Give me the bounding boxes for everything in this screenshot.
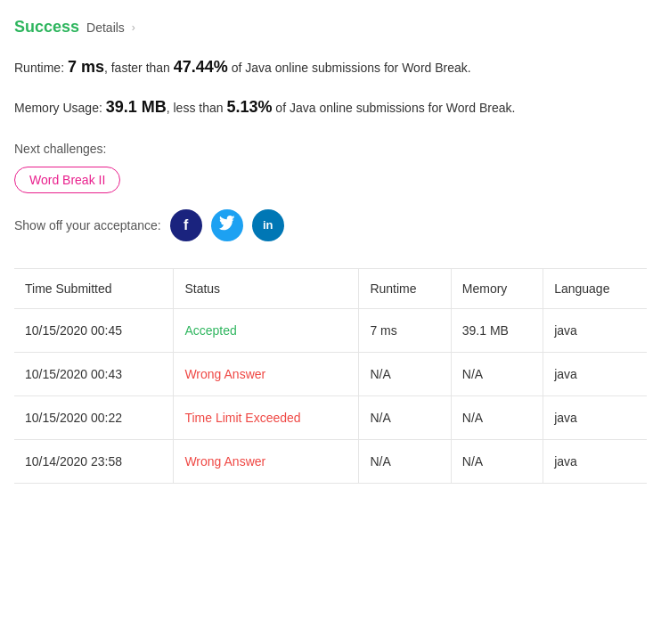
cell-runtime: N/A: [359, 439, 451, 483]
col-status: Status: [174, 269, 359, 309]
table-row: 10/15/2020 00:45Accepted7 ms39.1 MBjava: [14, 308, 647, 352]
word-break-ii-button[interactable]: Word Break II: [14, 167, 120, 193]
cell-status[interactable]: Wrong Answer: [174, 439, 359, 483]
col-memory: Memory: [451, 269, 543, 309]
social-label: Show off your acceptance:: [14, 218, 161, 232]
cell-status[interactable]: Wrong Answer: [174, 352, 359, 395]
runtime-prefix: Runtime:: [14, 61, 68, 75]
memory-percent: 5.13%: [226, 98, 272, 116]
page-header: Success Details ›: [14, 18, 647, 37]
social-row: Show off your acceptance: f in: [14, 209, 647, 241]
cell-memory: N/A: [451, 395, 543, 439]
runtime-suffix2: of Java online submissions for Word Brea…: [228, 61, 471, 75]
runtime-suffix: , faster than: [104, 61, 174, 75]
next-challenges-label: Next challenges:: [14, 142, 647, 156]
submissions-table: Time Submitted Status Runtime Memory Lan…: [14, 269, 647, 484]
cell-language: java: [543, 308, 647, 352]
cell-runtime: N/A: [359, 352, 451, 395]
memory-prefix: Memory Usage:: [14, 101, 106, 115]
cell-time: 10/15/2020 00:43: [14, 352, 174, 395]
memory-value: 39.1 MB: [106, 98, 167, 116]
twitter-button[interactable]: [211, 209, 243, 241]
cell-language: java: [543, 439, 647, 483]
success-label: Success: [14, 18, 79, 37]
col-language: Language: [543, 269, 647, 309]
cell-runtime: 7 ms: [359, 308, 451, 352]
table-row: 10/15/2020 00:22Time Limit ExceededN/AN/…: [14, 395, 647, 439]
facebook-icon: f: [184, 217, 188, 233]
linkedin-icon: in: [263, 218, 273, 232]
runtime-text: Runtime: 7 ms, faster than 47.44% of Jav…: [14, 54, 647, 80]
cell-time: 10/14/2020 23:58: [14, 439, 174, 483]
cell-language: java: [543, 395, 647, 439]
cell-time: 10/15/2020 00:45: [14, 308, 174, 352]
memory-text: Memory Usage: 39.1 MB, less than 5.13% o…: [14, 94, 647, 120]
runtime-value: 7 ms: [68, 58, 104, 76]
col-runtime: Runtime: [359, 269, 451, 309]
cell-time: 10/15/2020 00:22: [14, 395, 174, 439]
details-link[interactable]: Details: [86, 20, 125, 35]
cell-language: java: [543, 352, 647, 395]
table-row: 10/14/2020 23:58Wrong AnswerN/AN/Ajava: [14, 439, 647, 483]
cell-status[interactable]: Accepted: [174, 308, 359, 352]
twitter-icon: [219, 216, 235, 235]
table-row: 10/15/2020 00:43Wrong AnswerN/AN/Ajava: [14, 352, 647, 395]
cell-runtime: N/A: [359, 395, 451, 439]
table-header-row: Time Submitted Status Runtime Memory Lan…: [14, 269, 647, 309]
facebook-button[interactable]: f: [170, 209, 202, 241]
cell-memory: N/A: [451, 439, 543, 483]
runtime-percent: 47.44%: [174, 58, 228, 76]
linkedin-button[interactable]: in: [252, 209, 284, 241]
memory-suffix2: of Java online submissions for Word Brea…: [272, 101, 515, 115]
col-time-submitted: Time Submitted: [14, 269, 174, 309]
cell-memory: N/A: [451, 352, 543, 395]
cell-memory: 39.1 MB: [451, 308, 543, 352]
cell-status[interactable]: Time Limit Exceeded: [174, 395, 359, 439]
chevron-icon: ›: [132, 21, 135, 34]
memory-suffix: , less than: [167, 101, 227, 115]
